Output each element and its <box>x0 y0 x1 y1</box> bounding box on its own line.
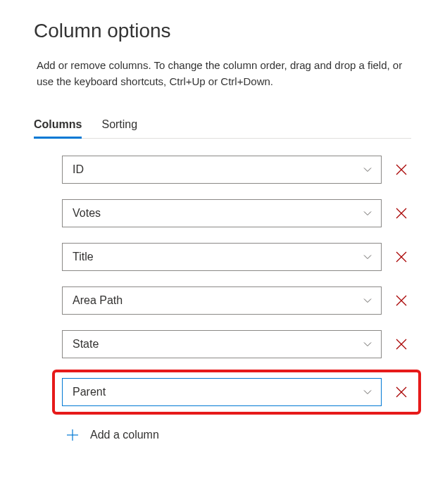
column-select-title[interactable]: Title <box>62 243 382 271</box>
tab-columns[interactable]: Columns <box>34 113 82 139</box>
column-select-state[interactable]: State <box>62 330 382 358</box>
add-column-label: Add a column <box>90 429 159 441</box>
tab-columns-label: Columns <box>34 118 82 130</box>
chevron-down-icon <box>363 387 372 397</box>
column-select-id[interactable]: ID <box>62 156 382 184</box>
column-row: State <box>62 330 411 358</box>
column-row: Title <box>62 243 411 271</box>
tabs-container: Columns Sorting <box>34 112 411 139</box>
page-title: Column options <box>34 20 411 42</box>
column-label: Votes <box>73 207 101 220</box>
page-description: Add or remove columns. To change the col… <box>34 58 411 89</box>
column-label: Title <box>73 251 94 263</box>
column-label: Parent <box>73 386 106 398</box>
highlighted-row-wrapper: Parent <box>52 370 421 415</box>
column-row: Votes <box>62 199 411 227</box>
remove-column-button[interactable] <box>391 291 411 310</box>
chevron-down-icon <box>363 252 372 262</box>
column-select-votes[interactable]: Votes <box>62 199 382 227</box>
remove-column-button[interactable] <box>391 247 411 267</box>
column-label: ID <box>73 163 84 176</box>
column-list: ID Votes Title <box>34 156 411 443</box>
tab-sorting-label: Sorting <box>101 118 137 130</box>
column-label: Area Path <box>73 294 123 307</box>
chevron-down-icon <box>363 165 372 175</box>
remove-column-button[interactable] <box>391 203 411 223</box>
chevron-down-icon <box>363 296 372 305</box>
column-row: Parent <box>62 378 411 406</box>
column-row: ID <box>62 156 411 184</box>
add-column-button[interactable]: Add a column <box>62 427 411 443</box>
column-label: State <box>73 338 99 351</box>
chevron-down-icon <box>363 208 372 218</box>
column-select-area-path[interactable]: Area Path <box>62 286 382 315</box>
remove-column-button[interactable] <box>391 160 411 179</box>
tab-sorting[interactable]: Sorting <box>101 113 137 139</box>
plus-icon <box>65 427 80 443</box>
column-row: Area Path <box>62 286 411 315</box>
remove-column-button[interactable] <box>391 382 411 402</box>
chevron-down-icon <box>363 339 372 349</box>
column-select-parent[interactable]: Parent <box>62 378 382 406</box>
remove-column-button[interactable] <box>391 334 411 354</box>
